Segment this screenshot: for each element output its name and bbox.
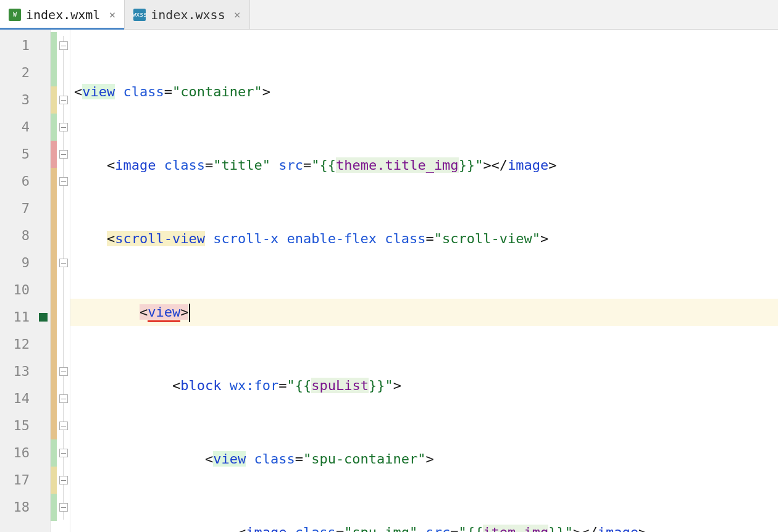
code-line[interactable]: <scroll-view scroll-x enable-flex class=… (70, 225, 778, 252)
fold-toggle-icon[interactable] (59, 367, 68, 376)
tab-label: index.wxml (26, 7, 100, 22)
code-text-area[interactable]: <view class="container"> <image class="t… (70, 30, 778, 532)
code-line[interactable]: <view class="spu-container"> (70, 446, 778, 473)
tab-label: index.wxss (151, 7, 225, 22)
line-number: 13 (0, 358, 36, 385)
close-icon[interactable]: × (234, 8, 241, 21)
line-number: 9 (0, 249, 36, 276)
line-number: 17 (0, 467, 36, 494)
fold-toggle-icon[interactable] (59, 449, 68, 457)
line-number: 18 (0, 494, 36, 521)
line-number: 8 (0, 222, 36, 249)
line-number: 14 (0, 385, 36, 412)
fold-toggle-icon[interactable] (59, 259, 68, 267)
line-number: 16 (0, 439, 36, 467)
fold-toggle-icon[interactable] (59, 503, 68, 512)
line-number: 4 (0, 114, 36, 141)
line-number: 6 (0, 168, 36, 195)
code-editor[interactable]: 1 2 3 4 5 6 7 8 9 10 11 12 13 14 15 16 1… (0, 30, 778, 532)
line-number: 11 (0, 304, 36, 331)
line-number: 5 (0, 141, 36, 168)
fold-toggle-icon[interactable] (59, 476, 68, 484)
tab-index-wxss[interactable]: wxss index.wxss × (125, 0, 249, 29)
line-number: 1 (0, 32, 36, 59)
fold-toggle-icon[interactable] (59, 123, 68, 131)
line-number: 3 (0, 86, 36, 114)
editor-tabs: W index.wxml × wxss index.wxss × (0, 0, 778, 30)
fold-gutter (57, 30, 70, 532)
fold-toggle-icon[interactable] (59, 41, 68, 50)
marker-gutter (36, 30, 51, 532)
line-number: 15 (0, 412, 36, 439)
text-cursor (189, 304, 190, 322)
fold-toggle-icon[interactable] (59, 394, 68, 403)
bookmark-icon[interactable] (39, 313, 48, 322)
line-number: 10 (0, 276, 36, 304)
line-number: 7 (0, 195, 36, 222)
code-line-current[interactable]: 💡 <view> (70, 299, 778, 326)
fold-toggle-icon[interactable] (59, 96, 68, 104)
code-line[interactable]: <image class="spu-img" src="{{item.img}}… (70, 519, 778, 532)
fold-toggle-icon[interactable] (59, 177, 68, 186)
wxss-file-icon: wxss (133, 9, 146, 21)
vcs-change-gutter (51, 30, 57, 532)
tab-index-wxml[interactable]: W index.wxml × (0, 0, 125, 29)
fold-toggle-icon[interactable] (59, 422, 68, 430)
line-number: 2 (0, 59, 36, 86)
fold-toggle-icon[interactable] (59, 150, 68, 159)
code-line[interactable]: <view class="container"> (70, 78, 778, 106)
line-number: 12 (0, 331, 36, 358)
code-line[interactable]: <block wx:for="{{spuList}}"> (70, 372, 778, 399)
code-line[interactable]: <image class="title" src="{{theme.title_… (70, 152, 778, 179)
line-number-gutter: 1 2 3 4 5 6 7 8 9 10 11 12 13 14 15 16 1… (0, 30, 36, 532)
wxml-file-icon: W (9, 9, 21, 21)
close-icon[interactable]: × (109, 8, 115, 21)
